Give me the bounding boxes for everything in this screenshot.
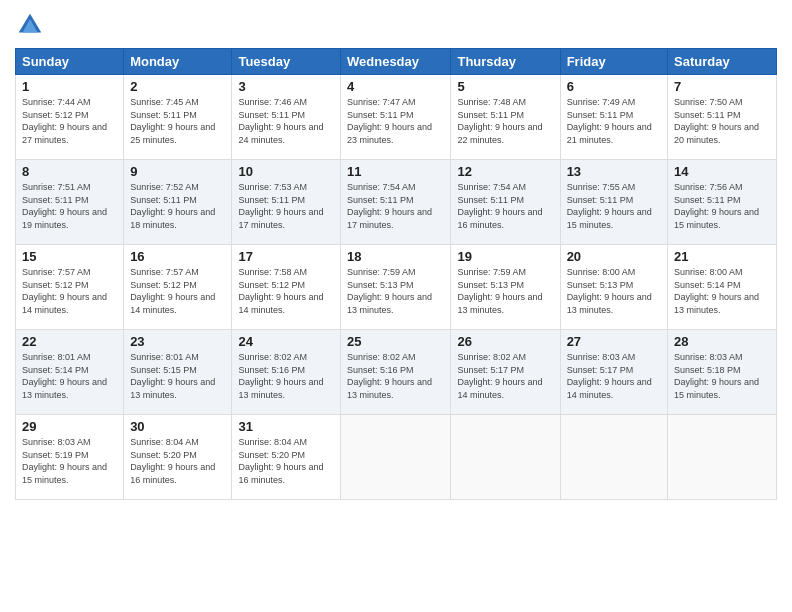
calendar-week-row-1: 1 Sunrise: 7:44 AM Sunset: 5:12 PM Dayli… bbox=[16, 75, 777, 160]
calendar-cell: 26 Sunrise: 8:02 AM Sunset: 5:17 PM Dayl… bbox=[451, 330, 560, 415]
day-info: Sunrise: 8:03 AM Sunset: 5:17 PM Dayligh… bbox=[567, 351, 661, 401]
calendar-day-header-thursday: Thursday bbox=[451, 49, 560, 75]
day-number: 2 bbox=[130, 79, 225, 94]
day-number: 24 bbox=[238, 334, 334, 349]
calendar-cell: 24 Sunrise: 8:02 AM Sunset: 5:16 PM Dayl… bbox=[232, 330, 341, 415]
calendar-cell: 27 Sunrise: 8:03 AM Sunset: 5:17 PM Dayl… bbox=[560, 330, 667, 415]
logo-icon bbox=[15, 10, 45, 40]
calendar-cell: 12 Sunrise: 7:54 AM Sunset: 5:11 PM Dayl… bbox=[451, 160, 560, 245]
calendar-cell: 8 Sunrise: 7:51 AM Sunset: 5:11 PM Dayli… bbox=[16, 160, 124, 245]
calendar-cell: 14 Sunrise: 7:56 AM Sunset: 5:11 PM Dayl… bbox=[668, 160, 777, 245]
day-info: Sunrise: 7:51 AM Sunset: 5:11 PM Dayligh… bbox=[22, 181, 117, 231]
calendar-cell: 6 Sunrise: 7:49 AM Sunset: 5:11 PM Dayli… bbox=[560, 75, 667, 160]
day-number: 15 bbox=[22, 249, 117, 264]
calendar-cell bbox=[451, 415, 560, 500]
day-info: Sunrise: 7:58 AM Sunset: 5:12 PM Dayligh… bbox=[238, 266, 334, 316]
day-info: Sunrise: 8:03 AM Sunset: 5:19 PM Dayligh… bbox=[22, 436, 117, 486]
calendar-cell: 23 Sunrise: 8:01 AM Sunset: 5:15 PM Dayl… bbox=[124, 330, 232, 415]
day-number: 26 bbox=[457, 334, 553, 349]
day-number: 4 bbox=[347, 79, 444, 94]
page: SundayMondayTuesdayWednesdayThursdayFrid… bbox=[0, 0, 792, 612]
calendar-cell: 1 Sunrise: 7:44 AM Sunset: 5:12 PM Dayli… bbox=[16, 75, 124, 160]
calendar-cell: 5 Sunrise: 7:48 AM Sunset: 5:11 PM Dayli… bbox=[451, 75, 560, 160]
calendar-day-header-saturday: Saturday bbox=[668, 49, 777, 75]
calendar-cell: 22 Sunrise: 8:01 AM Sunset: 5:14 PM Dayl… bbox=[16, 330, 124, 415]
day-number: 21 bbox=[674, 249, 770, 264]
calendar-day-header-friday: Friday bbox=[560, 49, 667, 75]
day-info: Sunrise: 7:47 AM Sunset: 5:11 PM Dayligh… bbox=[347, 96, 444, 146]
calendar-day-header-sunday: Sunday bbox=[16, 49, 124, 75]
day-info: Sunrise: 7:50 AM Sunset: 5:11 PM Dayligh… bbox=[674, 96, 770, 146]
day-info: Sunrise: 8:02 AM Sunset: 5:17 PM Dayligh… bbox=[457, 351, 553, 401]
calendar-cell: 19 Sunrise: 7:59 AM Sunset: 5:13 PM Dayl… bbox=[451, 245, 560, 330]
day-info: Sunrise: 7:54 AM Sunset: 5:11 PM Dayligh… bbox=[457, 181, 553, 231]
day-number: 29 bbox=[22, 419, 117, 434]
calendar-cell: 9 Sunrise: 7:52 AM Sunset: 5:11 PM Dayli… bbox=[124, 160, 232, 245]
day-info: Sunrise: 7:49 AM Sunset: 5:11 PM Dayligh… bbox=[567, 96, 661, 146]
day-number: 14 bbox=[674, 164, 770, 179]
calendar-cell: 20 Sunrise: 8:00 AM Sunset: 5:13 PM Dayl… bbox=[560, 245, 667, 330]
calendar-cell: 13 Sunrise: 7:55 AM Sunset: 5:11 PM Dayl… bbox=[560, 160, 667, 245]
calendar-day-header-wednesday: Wednesday bbox=[341, 49, 451, 75]
day-info: Sunrise: 7:59 AM Sunset: 5:13 PM Dayligh… bbox=[457, 266, 553, 316]
day-number: 12 bbox=[457, 164, 553, 179]
day-number: 22 bbox=[22, 334, 117, 349]
day-info: Sunrise: 7:57 AM Sunset: 5:12 PM Dayligh… bbox=[22, 266, 117, 316]
calendar-cell: 15 Sunrise: 7:57 AM Sunset: 5:12 PM Dayl… bbox=[16, 245, 124, 330]
calendar-week-row-3: 15 Sunrise: 7:57 AM Sunset: 5:12 PM Dayl… bbox=[16, 245, 777, 330]
day-number: 17 bbox=[238, 249, 334, 264]
day-info: Sunrise: 8:04 AM Sunset: 5:20 PM Dayligh… bbox=[130, 436, 225, 486]
day-info: Sunrise: 8:00 AM Sunset: 5:14 PM Dayligh… bbox=[674, 266, 770, 316]
day-info: Sunrise: 8:04 AM Sunset: 5:20 PM Dayligh… bbox=[238, 436, 334, 486]
logo bbox=[15, 10, 49, 40]
calendar-cell bbox=[560, 415, 667, 500]
calendar-cell bbox=[668, 415, 777, 500]
calendar-cell: 7 Sunrise: 7:50 AM Sunset: 5:11 PM Dayli… bbox=[668, 75, 777, 160]
day-number: 20 bbox=[567, 249, 661, 264]
day-info: Sunrise: 7:52 AM Sunset: 5:11 PM Dayligh… bbox=[130, 181, 225, 231]
calendar-cell: 29 Sunrise: 8:03 AM Sunset: 5:19 PM Dayl… bbox=[16, 415, 124, 500]
calendar-cell: 16 Sunrise: 7:57 AM Sunset: 5:12 PM Dayl… bbox=[124, 245, 232, 330]
calendar-week-row-5: 29 Sunrise: 8:03 AM Sunset: 5:19 PM Dayl… bbox=[16, 415, 777, 500]
calendar-week-row-2: 8 Sunrise: 7:51 AM Sunset: 5:11 PM Dayli… bbox=[16, 160, 777, 245]
day-number: 28 bbox=[674, 334, 770, 349]
calendar-cell: 11 Sunrise: 7:54 AM Sunset: 5:11 PM Dayl… bbox=[341, 160, 451, 245]
day-number: 5 bbox=[457, 79, 553, 94]
calendar-cell bbox=[341, 415, 451, 500]
day-info: Sunrise: 7:56 AM Sunset: 5:11 PM Dayligh… bbox=[674, 181, 770, 231]
day-info: Sunrise: 8:01 AM Sunset: 5:15 PM Dayligh… bbox=[130, 351, 225, 401]
day-number: 19 bbox=[457, 249, 553, 264]
day-info: Sunrise: 8:02 AM Sunset: 5:16 PM Dayligh… bbox=[238, 351, 334, 401]
day-info: Sunrise: 7:55 AM Sunset: 5:11 PM Dayligh… bbox=[567, 181, 661, 231]
day-number: 7 bbox=[674, 79, 770, 94]
calendar-cell: 10 Sunrise: 7:53 AM Sunset: 5:11 PM Dayl… bbox=[232, 160, 341, 245]
calendar-cell: 3 Sunrise: 7:46 AM Sunset: 5:11 PM Dayli… bbox=[232, 75, 341, 160]
day-info: Sunrise: 8:02 AM Sunset: 5:16 PM Dayligh… bbox=[347, 351, 444, 401]
calendar-cell: 17 Sunrise: 7:58 AM Sunset: 5:12 PM Dayl… bbox=[232, 245, 341, 330]
day-info: Sunrise: 8:03 AM Sunset: 5:18 PM Dayligh… bbox=[674, 351, 770, 401]
calendar-day-header-monday: Monday bbox=[124, 49, 232, 75]
day-info: Sunrise: 7:59 AM Sunset: 5:13 PM Dayligh… bbox=[347, 266, 444, 316]
day-number: 13 bbox=[567, 164, 661, 179]
day-number: 3 bbox=[238, 79, 334, 94]
calendar-cell: 4 Sunrise: 7:47 AM Sunset: 5:11 PM Dayli… bbox=[341, 75, 451, 160]
day-number: 27 bbox=[567, 334, 661, 349]
day-number: 6 bbox=[567, 79, 661, 94]
calendar-cell: 21 Sunrise: 8:00 AM Sunset: 5:14 PM Dayl… bbox=[668, 245, 777, 330]
day-number: 8 bbox=[22, 164, 117, 179]
day-info: Sunrise: 7:57 AM Sunset: 5:12 PM Dayligh… bbox=[130, 266, 225, 316]
day-number: 31 bbox=[238, 419, 334, 434]
day-number: 25 bbox=[347, 334, 444, 349]
calendar-cell: 18 Sunrise: 7:59 AM Sunset: 5:13 PM Dayl… bbox=[341, 245, 451, 330]
day-info: Sunrise: 7:45 AM Sunset: 5:11 PM Dayligh… bbox=[130, 96, 225, 146]
day-info: Sunrise: 7:44 AM Sunset: 5:12 PM Dayligh… bbox=[22, 96, 117, 146]
calendar-cell: 25 Sunrise: 8:02 AM Sunset: 5:16 PM Dayl… bbox=[341, 330, 451, 415]
day-number: 1 bbox=[22, 79, 117, 94]
calendar-week-row-4: 22 Sunrise: 8:01 AM Sunset: 5:14 PM Dayl… bbox=[16, 330, 777, 415]
day-info: Sunrise: 7:54 AM Sunset: 5:11 PM Dayligh… bbox=[347, 181, 444, 231]
day-info: Sunrise: 7:46 AM Sunset: 5:11 PM Dayligh… bbox=[238, 96, 334, 146]
day-number: 16 bbox=[130, 249, 225, 264]
calendar-cell: 2 Sunrise: 7:45 AM Sunset: 5:11 PM Dayli… bbox=[124, 75, 232, 160]
header bbox=[15, 10, 777, 40]
day-number: 30 bbox=[130, 419, 225, 434]
